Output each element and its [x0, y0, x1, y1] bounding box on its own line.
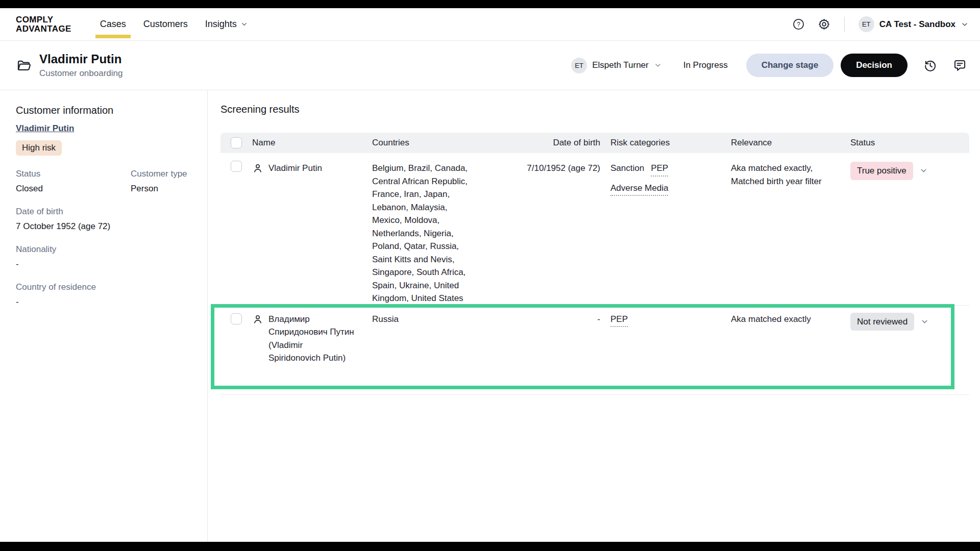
dob-cell: 7/10/1952 (age 72)	[505, 153, 600, 175]
row-checkbox[interactable]	[231, 161, 242, 172]
change-stage-button[interactable]: Change stage	[746, 54, 834, 77]
status-badge[interactable]: True positive	[850, 162, 913, 180]
status-badge[interactable]: Not reviewed	[850, 313, 914, 331]
account-avatar: ET	[859, 16, 874, 32]
tab-insights[interactable]: Insights	[205, 8, 248, 40]
gear-icon	[818, 18, 830, 31]
customer-info-sidebar: Customer information Vladimir Putin High…	[0, 90, 208, 542]
complyadvantage-logo: COMPLY ADVANTAGE	[16, 15, 71, 33]
chevron-down-icon	[240, 20, 248, 28]
account-label: CA Test - Sandbox	[879, 19, 955, 30]
logo-line-1: COMPLY	[16, 15, 71, 24]
case-actions: ET Elspeth Turner In Progress Change sta…	[571, 54, 967, 77]
chevron-down-icon[interactable]	[919, 166, 928, 175]
row-checkbox[interactable]	[231, 313, 242, 324]
column-header-risk: Risk categories	[600, 138, 722, 148]
account-menu[interactable]: ET CA Test - Sandbox	[859, 16, 969, 32]
status-cell: True positive	[841, 153, 969, 180]
field-value: -	[16, 259, 193, 269]
customer-profile-link[interactable]: Vladimir Putin	[16, 123, 74, 134]
relevance-text: Aka matched exactly	[731, 313, 833, 326]
dob-cell: -	[505, 306, 600, 326]
risk-chip-pep[interactable]: PEP	[651, 162, 668, 177]
screening-results-table: Name Countries Date of birth Risk catego…	[220, 133, 969, 395]
case-title-group: Vladimir Putin Customer onboarding	[16, 52, 122, 79]
column-header-relevance: Relevance	[722, 138, 841, 148]
chevron-down-icon	[961, 20, 969, 29]
name-cell: Vladimir Putin	[252, 153, 372, 175]
field-label: Customer type	[131, 169, 193, 179]
risk-categories-cell: PEP	[600, 306, 722, 328]
case-folder-icon	[16, 58, 32, 73]
countries-cell: Russia	[372, 306, 505, 326]
page-title: Vladimir Putin	[39, 52, 122, 66]
help-icon: ?	[792, 18, 805, 31]
tab-customers-label: Customers	[143, 19, 188, 30]
chevron-down-icon[interactable]	[920, 317, 929, 326]
status-cell: Not reviewed	[841, 306, 969, 331]
sidebar-heading: Customer information	[16, 105, 193, 116]
field-customer-type: Customer type Person	[131, 169, 193, 194]
countries-cell: Belgium, Brazil, Canada, Central African…	[372, 153, 505, 305]
risk-chip-pep[interactable]: PEP	[610, 313, 628, 328]
field-date-of-birth: Date of birth 7 October 1952 (age 72)	[16, 207, 193, 232]
case-subtitle: Customer onboarding	[39, 68, 122, 79]
content-area: Customer information Vladimir Putin High…	[0, 90, 980, 542]
history-clock-icon	[923, 59, 937, 72]
countries-list: Russia	[372, 313, 475, 326]
screening-results-heading: Screening results	[220, 104, 969, 115]
field-value: Closed	[16, 184, 131, 194]
field-status: Status Closed	[16, 169, 131, 194]
relevance-cell: Aka matched exactly, Matched birth year …	[722, 153, 841, 188]
history-button[interactable]	[923, 59, 937, 72]
tab-insights-label: Insights	[205, 19, 237, 30]
risk-badge: High risk	[16, 140, 62, 156]
field-label: Status	[16, 169, 131, 179]
navbar-divider	[844, 17, 845, 32]
relevance-cell: Aka matched exactly	[722, 306, 841, 326]
select-all-checkbox[interactable]	[231, 137, 242, 148]
chevron-down-icon	[654, 61, 662, 69]
column-header-status: Status	[841, 138, 969, 148]
tab-cases-label: Cases	[100, 19, 126, 30]
risk-categories-cell: Sanction PEP Adverse Media	[600, 153, 722, 196]
relevance-text: Aka matched exactly, Matched birth year …	[731, 162, 833, 188]
decision-button[interactable]: Decision	[841, 54, 908, 77]
risk-chip-adverse-media[interactable]: Adverse Media	[610, 182, 668, 196]
field-nationality: Nationality -	[16, 244, 193, 269]
primary-nav: Cases Customers Insights	[100, 8, 248, 40]
settings-button[interactable]	[818, 18, 830, 31]
column-header-name: Name	[252, 138, 372, 148]
column-header-countries: Countries	[372, 138, 505, 148]
assignee-avatar: ET	[571, 58, 587, 73]
name-cell: Владимир Спиридонович Путин (Vladimir Sp…	[252, 306, 372, 365]
comments-button[interactable]	[953, 59, 967, 72]
match-name: Vladimir Putin	[268, 162, 322, 175]
case-stage-text: In Progress	[683, 60, 728, 70]
table-row[interactable]: Vladimir Putin Belgium, Brazil, Canada, …	[220, 153, 969, 306]
assignee-selector[interactable]: ET Elspeth Turner	[571, 58, 662, 73]
field-label: Date of birth	[16, 207, 193, 217]
top-black-strip	[0, 0, 980, 8]
field-label: Nationality	[16, 244, 193, 255]
bottom-black-strip	[0, 542, 980, 551]
table-row[interactable]: Владимир Спиридонович Путин (Vladimir Sp…	[220, 306, 969, 395]
navbar-right: ? ET CA Test - Sandbox	[792, 16, 969, 32]
risk-chip-sanction: Sanction	[610, 162, 644, 175]
case-header: Vladimir Putin Customer onboarding ET El…	[0, 41, 980, 90]
sidebar-field-row: Status Closed Customer type Person	[16, 169, 193, 194]
person-icon	[252, 314, 263, 325]
help-button[interactable]: ?	[792, 18, 805, 31]
table-header-row: Name Countries Date of birth Risk catego…	[220, 133, 969, 153]
person-icon	[252, 163, 263, 174]
app-window: COMPLY ADVANTAGE Cases Customers Insight…	[0, 0, 980, 551]
match-name: Владимир Спиридонович Путин (Vladimir Sp…	[268, 313, 354, 365]
tab-customers[interactable]: Customers	[143, 8, 188, 40]
field-value: 7 October 1952 (age 72)	[16, 221, 193, 232]
logo-line-2: ADVANTAGE	[16, 24, 71, 33]
field-value: Person	[131, 184, 193, 194]
field-label: Country of residence	[16, 282, 193, 292]
comment-bubble-icon	[953, 59, 967, 72]
field-country-of-residence: Country of residence -	[16, 282, 193, 307]
tab-cases[interactable]: Cases	[100, 8, 126, 40]
